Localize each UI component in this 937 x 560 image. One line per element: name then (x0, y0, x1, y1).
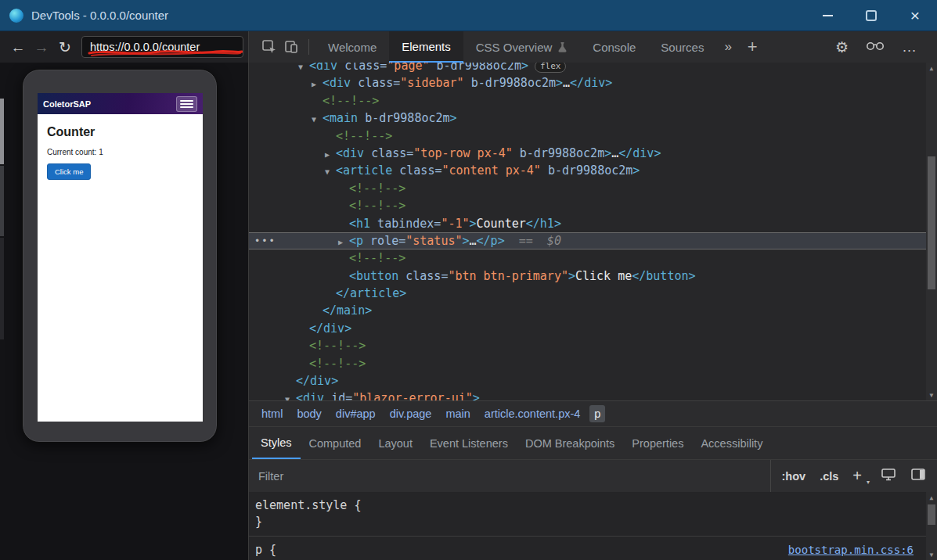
tree-node[interactable]: <!--!--> (249, 337, 926, 354)
tree-node[interactable]: </div> (249, 372, 926, 389)
rule-code[interactable]: p { (255, 542, 276, 558)
breadcrumb-item[interactable]: html (257, 405, 287, 422)
elements-scrollbar[interactable]: ▲ ▼ (926, 63, 937, 400)
scroll-down-icon[interactable]: ▼ (926, 549, 937, 560)
sidebar-tab-properties[interactable]: Properties (623, 427, 692, 459)
scrollbar-thumb[interactable] (928, 156, 935, 289)
tree-node[interactable]: ▼<div class="page" b-dr9988oc2m>flex (249, 63, 926, 74)
code-token-attr: b-dr9988oc2m (541, 163, 632, 178)
hamburger-menu-button[interactable] (176, 96, 197, 112)
tree-node[interactable]: <!--!--> (249, 180, 926, 197)
tree-node[interactable]: ▼<main b-dr9988oc2m> (249, 109, 926, 127)
minimize-button[interactable] (805, 0, 849, 31)
stylesheet-source-link[interactable]: bootstrap.min.css:6 (788, 542, 920, 558)
address-bar[interactable]: https://0.0.0.0/counter (81, 36, 243, 58)
styles-scrollbar[interactable]: ▲ ▼ (926, 492, 937, 560)
sidebar-tab-event-listeners[interactable]: Event Listeners (421, 427, 517, 459)
tree-node[interactable]: •••▶<p role="status">…</p> == $0 (249, 232, 926, 249)
styles-filter-input[interactable] (249, 460, 770, 492)
click-me-button[interactable]: Click me (47, 163, 91, 180)
inspect-element-icon[interactable] (258, 36, 280, 58)
sidebar-tab-dom-breakpoints[interactable]: DOM Breakpoints (517, 427, 623, 459)
tab-welcome[interactable]: Welcome (315, 31, 389, 63)
device-toolbar-icon[interactable] (280, 36, 302, 58)
beaker-icon (557, 41, 568, 52)
background-window-edge (0, 166, 4, 236)
tree-node[interactable]: <!--!--> (249, 92, 926, 109)
sidebar-tab-layout[interactable]: Layout (369, 427, 421, 459)
elements-tree-lines: ▼<div class="page" b-dr9988oc2m>flex▶<di… (249, 63, 926, 400)
scroll-up-icon[interactable]: ▲ (926, 492, 937, 503)
breadcrumb-item[interactable]: div#app (331, 405, 380, 422)
app-brand[interactable]: ColetorSAP (43, 99, 91, 109)
tree-node[interactable]: ▶<div class="sidebar" b-dr9988oc2m>…</di… (249, 74, 926, 92)
add-tab-button[interactable]: + (740, 37, 766, 57)
scroll-up-icon[interactable]: ▲ (926, 63, 937, 74)
tree-node[interactable]: <!--!--> (249, 355, 926, 372)
forward-button[interactable]: → (31, 40, 52, 55)
expand-arrow-icon[interactable]: ▶ (312, 76, 323, 93)
breadcrumb-item[interactable]: article.content.px-4 (480, 405, 586, 422)
code-token-val: "btn btn-primary" (448, 269, 568, 283)
tab-css-overview[interactable]: CSS Overview (463, 31, 581, 63)
tree-node[interactable]: <!--!--> (249, 249, 926, 267)
expand-arrow-icon[interactable]: ▼ (325, 163, 336, 181)
code-token-txt: … (470, 234, 477, 248)
close-button[interactable]: × (893, 0, 937, 31)
code-token-attr: tabindex= (370, 217, 441, 231)
rule-code[interactable]: element.style { (255, 497, 361, 514)
expand-arrow-icon[interactable]: ▶ (325, 146, 336, 163)
more-tabs-button[interactable]: » (716, 39, 739, 55)
tree-node[interactable]: <!--!--> (249, 127, 926, 145)
overflow-dots-indicator: ••• (254, 232, 276, 249)
breadcrumb-item[interactable]: p (589, 405, 605, 422)
breadcrumb-item[interactable]: main (441, 405, 474, 422)
class-toggle[interactable]: .cls (820, 470, 838, 483)
tree-node[interactable]: <button class="btn btn-primary">Click me… (249, 267, 926, 285)
tree-node[interactable]: </article> (249, 285, 926, 302)
tree-node[interactable]: ▼<div id="blazor-error-ui"> (249, 389, 926, 400)
tab-sources[interactable]: Sources (648, 31, 716, 63)
tree-node[interactable]: ▼<article class="content px-4" b-dr9988o… (249, 162, 926, 179)
code-token-attr: role= (363, 234, 405, 248)
tab-label: Console (593, 41, 636, 54)
code-token-val: "page" (387, 63, 429, 73)
settings-gear-icon[interactable]: ⚙ (835, 38, 849, 56)
tree-node[interactable]: <!--!--> (249, 197, 926, 214)
new-style-rule-button[interactable]: +▾ (852, 467, 867, 485)
focus-mode-icon[interactable] (866, 39, 885, 55)
breadcrumb-item[interactable]: body (292, 405, 326, 422)
sidebar-tab-computed[interactable]: Computed (301, 427, 370, 459)
more-options-icon[interactable]: … (902, 38, 918, 56)
expand-arrow-icon[interactable]: ▶ (338, 234, 349, 251)
pseudo-state-toggle[interactable]: :hov (782, 470, 806, 483)
rule-code[interactable]: } (255, 514, 262, 530)
code-token-attr: class= (364, 146, 413, 160)
scroll-down-icon[interactable]: ▼ (926, 389, 937, 400)
devtools-window: DevTools - 0.0.0.0/counter × ← → ↻ https… (0, 0, 937, 560)
maximize-button[interactable] (849, 0, 893, 31)
sidebar-tab-styles[interactable]: Styles (252, 427, 301, 459)
tree-node[interactable]: <h1 tabindex="-1">Counter</h1> (249, 215, 926, 232)
tab-label: Elements (402, 40, 451, 53)
code-token-tag: <p (349, 234, 363, 248)
expand-arrow-icon[interactable]: ▼ (312, 111, 323, 128)
breadcrumb-item[interactable]: div.page (385, 405, 437, 422)
reload-button[interactable]: ↻ (55, 40, 75, 55)
sidebar-tab-accessibility[interactable]: Accessibility (692, 427, 771, 459)
computed-sidebar-toggle-icon[interactable] (910, 468, 926, 484)
tree-node[interactable]: </main> (249, 302, 926, 319)
background-window-edge (0, 99, 4, 164)
tab-console[interactable]: Console (580, 31, 648, 63)
back-button[interactable]: ← (8, 40, 28, 55)
code-token-txt: … (563, 76, 570, 90)
styles-panel: element.style {}p {bootstrap.min.css:6 ▲… (249, 492, 937, 560)
scrollbar-thumb[interactable] (928, 504, 935, 525)
tree-node[interactable]: </div> (249, 320, 926, 337)
tree-node[interactable]: ▶<div class="top-row px-4" b-dr9988oc2m>… (249, 145, 926, 162)
expand-arrow-icon[interactable]: ▼ (285, 391, 296, 400)
rendering-emulations-icon[interactable] (881, 468, 896, 484)
tab-elements[interactable]: Elements (389, 31, 463, 63)
code-token-com: <!--!--> (349, 251, 405, 265)
style-rule: element.style {} (249, 492, 926, 537)
